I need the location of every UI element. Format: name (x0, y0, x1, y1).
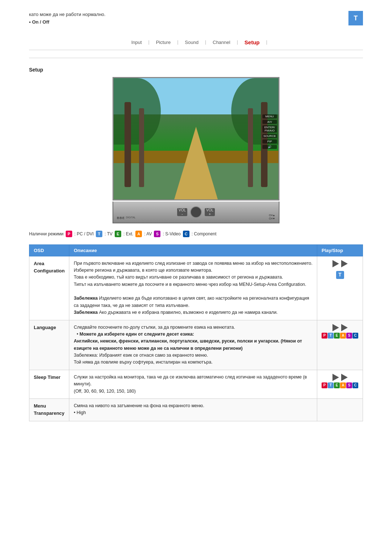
lbadge-p: P (322, 333, 327, 339)
lbadge-e: E (334, 333, 340, 339)
mode-badge-c: C (183, 231, 189, 237)
row-desc-menu-trans: Смяна на нивото на затъмнение на фона на… (69, 398, 317, 421)
monitor-osd-buttons: MENU A/V ENTER/FM/AIO SOURCE PIP 🔊 (262, 114, 277, 149)
monitor-controls: VOL- VOL+ (177, 206, 215, 218)
lbadge-s: S (346, 333, 352, 339)
lbadge-sleep-c: C (352, 382, 358, 388)
mode-desc-a: : AV (144, 231, 152, 236)
row-label-area: AreaConfiguration (29, 256, 69, 320)
mode-desc-c: : Component (192, 231, 217, 236)
monitor-bezel: BBE DIGITAL VOL- VOL+ CH▲ CH▼ (113, 202, 279, 223)
mode-badge-s: S (154, 231, 160, 237)
play-icons-language (322, 324, 358, 331)
nav-item-setup[interactable]: Setup (238, 38, 266, 47)
osd-table: OSD Описание Play/Stop AreaConfiguration… (29, 244, 363, 421)
pip-btn-label: PIP (262, 139, 277, 143)
foliage-left (114, 78, 161, 145)
enter-btn-label: ENTER/FM/AIO (262, 125, 277, 133)
row-playstop-language: P T E A S C (317, 320, 363, 370)
play-icon-sleep-1 (332, 374, 339, 381)
play-icon-2 (341, 260, 348, 267)
play-icon-1 (332, 260, 339, 267)
play-icon-sleep-2 (341, 374, 348, 381)
brand-text-1: BBE (117, 216, 125, 220)
modes-row: Налични режими P : PC / DVI T : TV E : E… (29, 231, 363, 237)
mode-badge-a: A (135, 231, 142, 237)
nav-item-picture[interactable]: Picture (150, 38, 177, 46)
brand-text-2: DIGITAL (126, 216, 136, 220)
lbadge-sleep-p: P (322, 382, 327, 388)
lbadge-sleep-a: A (340, 382, 346, 388)
vol-down-btn[interactable]: VOL- (177, 208, 187, 216)
modes-label: Налични режими (29, 231, 64, 236)
nav-item-channel[interactable]: Channel (206, 38, 237, 46)
tree-left (124, 102, 131, 187)
table-row: AreaConfiguration При първото включване … (29, 256, 363, 320)
mode-desc-s: : S-Video (163, 231, 180, 236)
top-icon-t: T (348, 11, 363, 25)
monitor-screen: MENU A/V ENTER/FM/AIO SOURCE PIP 🔊 (113, 77, 279, 200)
lbadge-sleep-t: T (328, 382, 334, 388)
nav-bar: Input | Picture | Sound | Channel | Setu… (29, 33, 363, 50)
top-line1: като може да не работи нормално. (29, 11, 341, 19)
av-btn-label: A/V (262, 120, 277, 124)
table-row: MenuTransparency Смяна на нивото на затъ… (29, 398, 363, 421)
letter-badges-sleep: P T E A S C (322, 382, 358, 388)
row-desc-language: Следвайте посочените по-долу стъпки, за … (69, 320, 317, 370)
mode-badge-t: T (96, 231, 102, 237)
nav-item-input[interactable]: Input (125, 38, 148, 46)
row-desc-sleep: Служи за настройка на монитора, така че … (69, 370, 317, 398)
tree-left2 (139, 108, 144, 187)
nav-sep-5: | (266, 40, 267, 45)
lbadge-a: A (340, 333, 346, 339)
play-icon-lang-1 (332, 324, 339, 331)
t-icon: T (336, 271, 344, 279)
row-label-language: Language (29, 320, 69, 370)
path (174, 127, 218, 199)
table-header-desc: Описание (69, 244, 317, 256)
monitor-container: MENU A/V ENTER/FM/AIO SOURCE PIP 🔊 BBE D… (29, 77, 363, 223)
top-line2: • On / Off (29, 19, 341, 26)
play-icons-area (322, 260, 358, 267)
power-btn[interactable] (190, 206, 202, 218)
row-playstop-menu-trans (317, 398, 363, 421)
row-label-menu-trans: MenuTransparency (29, 398, 69, 421)
menu-btn-label: MENU (262, 114, 277, 118)
source-btn-label: SOURCE (262, 134, 277, 138)
monitor-scene: MENU A/V ENTER/FM/AIO SOURCE PIP 🔊 (114, 78, 278, 199)
table-header-playstop: Play/Stop (317, 244, 363, 256)
setup-heading: Setup (29, 67, 363, 73)
lbadge-sleep-s: S (346, 382, 352, 388)
table-row: Sleep Timer Служи за настройка на монито… (29, 370, 363, 398)
tree-right2 (248, 108, 253, 187)
ch-controls: CH▲ CH▼ (269, 214, 275, 220)
row-playstop-area: T (317, 256, 363, 320)
ch-up: CH▲ (269, 214, 275, 216)
divider-top (29, 58, 363, 58)
lbadge-c: C (352, 333, 358, 339)
lbadge-t: T (328, 333, 334, 339)
mode-badge-p: P (66, 231, 72, 237)
row-playstop-sleep: P T E A S C (317, 370, 363, 398)
play-icons-sleep (322, 374, 358, 381)
table-row: Language Следвайте посочените по-долу ст… (29, 320, 363, 370)
mode-desc-e: : Ext. (123, 231, 133, 236)
row-desc-area: При първото включване на изделието след … (69, 256, 317, 320)
top-section: като може да не работи нормално. • On / … (0, 0, 392, 33)
table-header-osd: OSD (29, 244, 69, 256)
play-icon-lang-2 (341, 324, 348, 331)
nav-item-sound[interactable]: Sound (178, 38, 205, 46)
mode-badge-e: E (115, 231, 121, 237)
mode-desc-t: : TV (105, 231, 113, 236)
letter-badges-language: P T E A S C (322, 333, 358, 339)
row-label-sleep: Sleep Timer (29, 370, 69, 398)
monitor-brand: BBE DIGITAL (117, 216, 136, 220)
top-text: като може да не работи нормално. • On / … (29, 11, 341, 26)
lbadge-sleep-e: E (334, 382, 340, 388)
sound-icon-btn: 🔊 (262, 145, 277, 149)
vol-up-btn[interactable]: VOL+ (205, 208, 215, 216)
mode-desc-p: : PC / DVI (74, 231, 94, 236)
ch-down: CH▼ (269, 217, 275, 220)
